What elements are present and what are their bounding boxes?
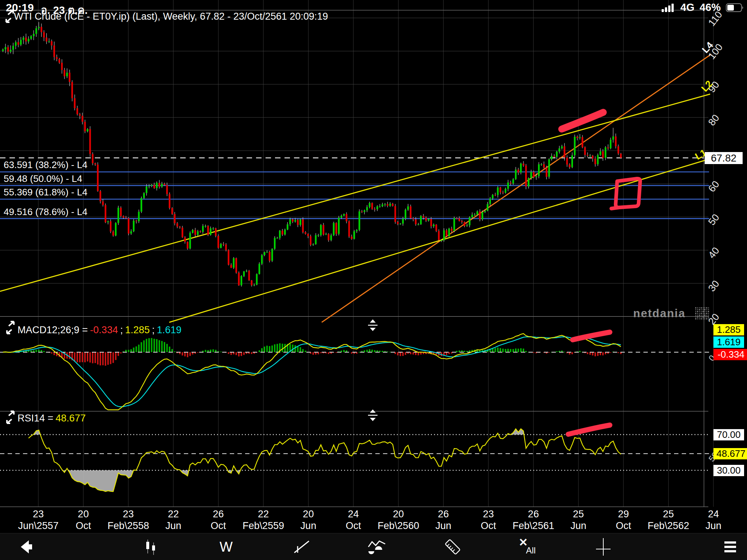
clear-all-button[interactable]: ✕All — [518, 533, 538, 560]
fib-level-label: 59.48 (50.0%) - L4 — [4, 173, 82, 184]
hamburger-menu-icon — [722, 540, 738, 554]
rsi-30-box: 30.00 — [713, 465, 744, 476]
overlay-chart-button[interactable] — [368, 533, 387, 560]
rsi-legend: RSI14 = 48.677 — [18, 413, 86, 424]
macd-legend: MACD12;26;9 = -0.334;1.285;1.619 — [18, 324, 182, 336]
last-price-box: 67.82 — [705, 152, 743, 164]
trendline-icon — [293, 539, 310, 555]
macd-signal-value: 1.619 — [157, 324, 182, 336]
crosshair-icon — [595, 537, 612, 556]
trendline-tool-button[interactable] — [293, 533, 310, 560]
chart-title: WTI Crude (ICE - ET0Y.ip) (Last), Weekly… — [14, 11, 328, 22]
rsi-70-box: 70.00 — [713, 429, 744, 440]
signal-bars-icon — [661, 3, 675, 13]
area-chart-icon — [368, 539, 387, 555]
network-type: 4G — [680, 1, 694, 13]
measure-button[interactable] — [444, 533, 461, 560]
fib-level-label: 55.369 (61.8%) - L4 — [4, 187, 88, 198]
status-right-cluster: 4G 46% — [661, 1, 744, 13]
back-button[interactable] — [19, 533, 35, 560]
back-arrow-icon — [19, 539, 35, 555]
rsi-label: RSI14 = — [18, 413, 53, 424]
macd-line-value: 1.285 — [125, 324, 150, 336]
macd-label: MACD12;26;9 = — [18, 324, 88, 336]
expand-arrows-icon[interactable] — [5, 409, 16, 425]
timeframe-label: W — [220, 539, 233, 555]
macd-line-box: 1.285 — [713, 324, 744, 335]
battery-icon — [726, 3, 744, 13]
timeframe-button[interactable]: W — [220, 533, 233, 560]
expand-arrows-icon[interactable] — [5, 319, 16, 335]
x-axis-label: 24Jun — [682, 508, 744, 532]
fib-level-label: 63.591 (38.2%) - L4 — [4, 159, 88, 171]
fib-level-label: 49.516 (78.6%) - L4 — [4, 206, 88, 218]
macd-hist-box: -0.334 — [713, 349, 747, 360]
netdania-logo: netdania — [633, 307, 685, 320]
ruler-icon — [444, 538, 461, 556]
crosshair-button[interactable] — [595, 533, 612, 560]
menu-button[interactable] — [722, 533, 738, 560]
clear-all-icon: ✕All — [518, 537, 538, 557]
candlestick-icon — [143, 539, 159, 555]
macd-hist-value: -0.334 — [90, 324, 118, 336]
macd-signal-box: 1.619 — [713, 337, 744, 348]
rsi-value: 48.677 — [55, 413, 86, 424]
chart-type-button[interactable] — [143, 533, 159, 560]
bottom-toolbar: W✕All — [0, 533, 747, 560]
rsi-value-box: 48.677 — [713, 448, 747, 459]
chart-canvas[interactable] — [0, 0, 747, 532]
trading-app-screen: 20:19 อ. 23 ต.ค. 4G 46% WTI Crude (ICE -… — [0, 0, 747, 560]
